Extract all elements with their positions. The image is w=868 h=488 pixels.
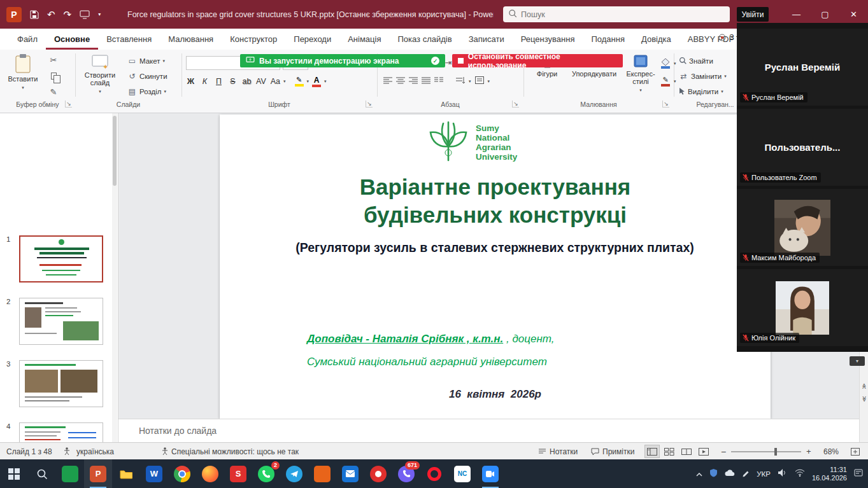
save-icon[interactable]: [30, 10, 39, 19]
new-slide-button[interactable]: ✦ Створити слайд▾: [79, 52, 121, 99]
drawing-dialog-launcher[interactable]: ↘: [662, 101, 669, 108]
mail-icon[interactable]: [336, 459, 364, 488]
s-app-icon[interactable]: S: [224, 459, 252, 488]
start-button[interactable]: [0, 459, 28, 488]
shape-outline-button[interactable]: ✎▾: [660, 75, 676, 88]
format-painter-icon[interactable]: ✎: [46, 85, 61, 98]
copy-icon[interactable]: [46, 69, 61, 82]
fit-to-window-button[interactable]: [851, 443, 860, 460]
underline-button[interactable]: П: [213, 75, 225, 88]
defender-shield-icon[interactable]: [709, 468, 718, 479]
next-slide-button[interactable]: ≪: [859, 394, 868, 403]
clipboard-dialog-launcher[interactable]: ↘: [65, 101, 72, 108]
notification-center-icon[interactable]: [854, 469, 863, 478]
undo-icon[interactable]: ↶: [47, 10, 55, 19]
change-case-button[interactable]: Aa: [269, 75, 281, 88]
columns-icon[interactable]: [434, 76, 443, 86]
paragraph-dialog-launcher[interactable]: ↘: [512, 101, 519, 108]
slide-thumbnail-3[interactable]: [19, 360, 103, 407]
tray-chevron-up-icon[interactable]: [696, 469, 702, 478]
titlebar-search[interactable]: [503, 6, 730, 22]
chrome-icon[interactable]: [168, 459, 196, 488]
participant-tile-3[interactable]: Максим Майборода: [737, 189, 868, 266]
university-line[interactable]: Сумський національний аграрний університ…: [307, 356, 547, 368]
tab-home[interactable]: Основне: [46, 29, 98, 50]
slide-canvas[interactable]: Sumy National Agrarian University Варіан…: [220, 115, 771, 419]
thumbnail-scrollbar[interactable]: [112, 113, 117, 442]
pen-icon[interactable]: [742, 469, 750, 479]
participant-tile-4[interactable]: Юлія Олійник: [737, 269, 868, 346]
notes-toggle-button[interactable]: Нотатки: [538, 443, 578, 460]
find-button[interactable]: Знайти: [679, 55, 713, 67]
tab-design[interactable]: Конструктор: [222, 29, 285, 50]
replace-button[interactable]: ⇄Замінити▾: [679, 70, 727, 83]
accessibility-status[interactable]: Спеціальні можливості: щось не так: [162, 443, 299, 460]
present-display-icon[interactable]: [80, 10, 90, 19]
slide-thumbnail-4[interactable]: [19, 422, 103, 442]
text-shadow-button[interactable]: ab: [241, 75, 253, 88]
zoom-slider[interactable]: [731, 443, 801, 460]
comments-toggle-button[interactable]: Примітки: [591, 443, 634, 460]
align-center-icon[interactable]: [396, 76, 405, 86]
tab-insert[interactable]: Вставлення: [98, 29, 160, 50]
office-app-icon[interactable]: [308, 459, 336, 488]
word-icon[interactable]: W: [140, 459, 168, 488]
taskbar-clock[interactable]: 11:3116.04.2026: [812, 466, 847, 482]
highlight-color-icon[interactable]: ✎: [294, 75, 305, 88]
align-right-icon[interactable]: [409, 76, 418, 86]
text-direction-icon[interactable]: [456, 76, 465, 86]
normal-view-button[interactable]: [644, 445, 660, 458]
taskbar-search-icon[interactable]: [28, 459, 56, 488]
slide-thumbnail-2[interactable]: [19, 298, 103, 345]
align-text-icon[interactable]: [475, 76, 484, 86]
shape-fill-button[interactable]: ▾: [660, 57, 676, 70]
file-explorer-icon[interactable]: [112, 459, 140, 488]
quick-access-chevron-icon[interactable]: ▾: [98, 12, 101, 17]
zoom-panel-collapse-chevron-icon[interactable]: ▾: [850, 356, 865, 366]
whatsapp-icon[interactable]: 2: [252, 459, 280, 488]
slide-sorter-view-button[interactable]: [662, 445, 677, 458]
search-input[interactable]: [521, 10, 725, 19]
record-button[interactable]: З: [718, 32, 734, 42]
tab-help[interactable]: Довідка: [633, 29, 679, 50]
slide-date[interactable]: 16 квітня 2026р: [220, 388, 771, 401]
telegram-icon[interactable]: [280, 459, 308, 488]
font-dialog-launcher[interactable]: ↘: [366, 101, 373, 108]
powerpoint-taskbar-icon[interactable]: P: [84, 459, 112, 488]
green-app-icon[interactable]: [56, 459, 84, 488]
slideshow-view-button[interactable]: [696, 445, 711, 458]
viber-icon[interactable]: 671: [392, 459, 420, 488]
tab-record[interactable]: Записати: [460, 29, 513, 50]
zoom-in-button[interactable]: +: [806, 443, 811, 460]
opera-icon[interactable]: [420, 459, 448, 488]
strikethrough-button[interactable]: S: [227, 75, 239, 88]
onedrive-cloud-icon[interactable]: [725, 469, 735, 478]
reading-view-button[interactable]: [679, 445, 694, 458]
tab-transitions[interactable]: Переходи: [285, 29, 339, 50]
bold-button[interactable]: Ж: [185, 75, 197, 88]
redo-icon[interactable]: ↷: [64, 10, 72, 19]
tab-animations[interactable]: Анімація: [339, 29, 389, 50]
volume-icon[interactable]: [778, 468, 788, 479]
participant-tile-1[interactable]: Руслан Веремій Руслан Веремій: [737, 29, 868, 106]
notes-pane[interactable]: Нотатки до слайда: [118, 419, 868, 442]
tab-draw[interactable]: Малювання: [160, 29, 222, 50]
zoom-out-button[interactable]: −: [721, 443, 726, 460]
reset-button[interactable]: ↺Скинути: [127, 70, 167, 83]
quick-styles-button[interactable]: Експрес-стилі▾: [622, 52, 660, 99]
section-button[interactable]: ▤Розділ▾: [127, 85, 166, 98]
select-button[interactable]: Виділити▾: [679, 85, 723, 98]
paste-button[interactable]: Вставити▾: [5, 52, 41, 99]
cut-icon[interactable]: ✂: [46, 53, 61, 66]
participant-tile-2[interactable]: Пользователь... Пользователь Zoom: [737, 109, 868, 186]
layout-button[interactable]: ▭Макет▾: [127, 55, 165, 67]
align-left-icon[interactable]: [383, 76, 392, 86]
italic-button[interactable]: К: [199, 75, 211, 88]
slide-title[interactable]: Варіантне проектування будівельних конст…: [220, 173, 771, 229]
red-browser-icon[interactable]: [364, 459, 392, 488]
character-spacing-button[interactable]: AV: [255, 75, 267, 88]
slide-subtitle[interactable]: (Регулятори зусиль в сталевих стержневих…: [278, 239, 711, 256]
slide-thumbnail-1[interactable]: [19, 235, 103, 282]
language-indicator[interactable]: УКР: [757, 470, 771, 478]
tab-review[interactable]: Рецензування: [513, 29, 583, 50]
